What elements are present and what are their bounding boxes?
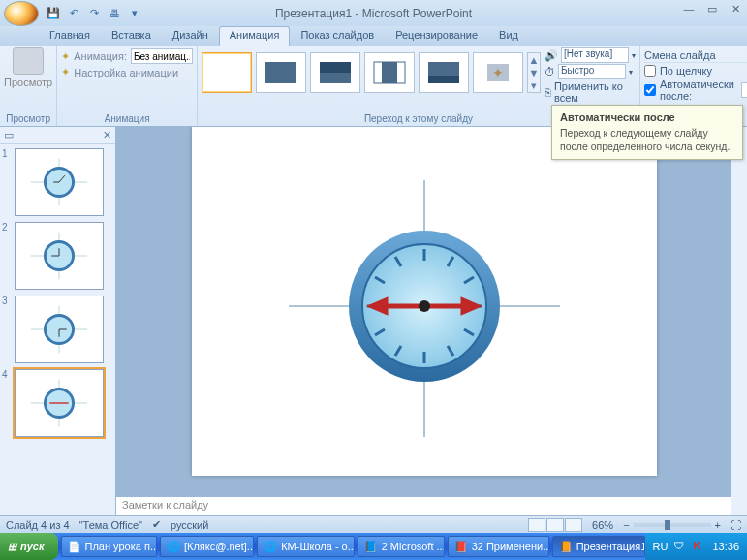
svg-rect-6: [428, 76, 459, 83]
custom-anim-icon: ✦: [61, 66, 70, 78]
svg-rect-0: [265, 62, 296, 83]
animate-label: Анимация:: [74, 50, 127, 62]
taskbar-item[interactable]: 🌐[Клякс@.net]...: [160, 536, 254, 557]
svg-rect-7: [487, 64, 509, 81]
ribbon-tabs: Главная Вставка Дизайн Анимация Показ сл…: [0, 26, 747, 46]
tray-lang[interactable]: RU: [653, 541, 669, 552]
system-tray: RU 🛡 K 13:36: [645, 533, 747, 560]
status-lang[interactable]: русский: [171, 519, 208, 531]
transition-6[interactable]: ✦: [473, 52, 523, 93]
svg-rect-2: [320, 62, 351, 73]
status-theme: "Тема Office": [79, 519, 142, 531]
transition-2[interactable]: [256, 52, 306, 93]
titlebar: 💾 ↶ ↷ 🖶 ▾ Презентация1 - Microsoft Power…: [0, 0, 747, 26]
office-button[interactable]: [4, 1, 39, 26]
taskbar-item[interactable]: 🌐КМ-Школа - о...: [257, 536, 355, 557]
group-animation: ✦ Анимация: ✦ Настройка анимации Анимаци…: [57, 46, 198, 126]
tab-design[interactable]: Дизайн: [162, 26, 219, 46]
custom-animation-button[interactable]: ✦ Настройка анимации: [61, 65, 193, 79]
slide-thumb-1[interactable]: [15, 148, 104, 216]
gallery-scroll[interactable]: ▲▼▾: [527, 52, 541, 93]
taskbar-item[interactable]: 📘2 Microsoft ...: [358, 536, 445, 557]
print-icon[interactable]: 🖶: [106, 5, 123, 22]
group-preview-label: Просмотр: [6, 112, 50, 126]
thumb-number: 2: [2, 222, 12, 290]
tray-clock[interactable]: 13:36: [712, 541, 739, 552]
auto-after-time[interactable]: [741, 82, 747, 98]
tab-review[interactable]: Рецензирование: [385, 26, 488, 46]
svg-rect-4: [382, 62, 397, 83]
window-title: Презентация1 - Microsoft PowerPoint: [275, 7, 472, 20]
tab-insert[interactable]: Вставка: [101, 26, 162, 46]
quick-access-toolbar: 💾 ↶ ↷ 🖶 ▾: [45, 5, 143, 22]
fit-to-window-icon[interactable]: ⛶: [731, 519, 741, 531]
slide-thumb-2[interactable]: [15, 222, 104, 290]
tab-view[interactable]: Вид: [488, 26, 529, 46]
zoom-out-icon[interactable]: −: [623, 519, 629, 531]
undo-icon[interactable]: ↶: [65, 5, 82, 22]
thumb-number: 1: [2, 148, 12, 216]
zoom-slider[interactable]: − +: [623, 519, 721, 531]
outline-tab-icon[interactable]: ▭: [4, 129, 14, 141]
windows-taskbar: ⊞ пуск 📄План урока п... 🌐[Клякс@.net]...…: [0, 533, 747, 560]
close-button[interactable]: ✕: [728, 3, 743, 16]
transition-3[interactable]: [310, 52, 360, 93]
transition-none[interactable]: [202, 52, 252, 93]
thumb-number: 3: [2, 296, 12, 363]
close-pane-icon[interactable]: ✕: [103, 129, 111, 141]
tooltip-title: Автоматически после: [560, 111, 734, 123]
taskbar-item[interactable]: 📕32 Применени...: [448, 536, 549, 557]
maximize-button[interactable]: ▭: [704, 3, 720, 16]
auto-after-checkbox[interactable]: [644, 84, 656, 96]
normal-view-button[interactable]: [528, 518, 545, 532]
redo-icon[interactable]: ↷: [85, 5, 103, 22]
start-button[interactable]: ⊞ пуск: [0, 533, 58, 560]
workspace: ▭ ✕ 1 2 3 4: [0, 127, 747, 515]
slide-thumb-4[interactable]: [15, 369, 104, 437]
sound-dropdown[interactable]: [Нет звука]: [561, 47, 629, 63]
thumbnail-list: 1 2 3 4: [0, 144, 115, 515]
tooltip-body: Переход к следующему слайду после опреде…: [560, 127, 734, 153]
zoom-level[interactable]: 66%: [592, 519, 613, 531]
save-icon[interactable]: 💾: [45, 5, 62, 22]
vertical-scrollbar[interactable]: [731, 127, 747, 515]
tab-slideshow[interactable]: Показ слайдов: [290, 26, 385, 46]
sorter-view-button[interactable]: [546, 518, 564, 532]
view-buttons: [528, 518, 582, 532]
transition-4[interactable]: [364, 52, 415, 93]
on-click-label: По щелчку: [660, 65, 712, 77]
slideshow-view-button[interactable]: [565, 518, 582, 532]
apply-all-label: Применить ко всем: [554, 80, 636, 104]
current-slide[interactable]: [192, 127, 657, 476]
preview-label: Просмотр: [4, 77, 52, 88]
speed-dropdown[interactable]: Быстро: [558, 64, 626, 79]
zoom-in-icon[interactable]: +: [715, 519, 721, 531]
spellcheck-icon[interactable]: ✔: [152, 518, 161, 531]
slide-editor[interactable]: [116, 127, 747, 515]
notes-pane[interactable]: Заметки к слайду: [116, 496, 731, 515]
tray-icon[interactable]: K: [693, 540, 706, 553]
tray-icon[interactable]: 🛡: [673, 540, 687, 553]
qat-more-icon[interactable]: ▾: [126, 5, 143, 22]
thumb-pane-header: ▭ ✕: [0, 127, 115, 144]
taskbar-item[interactable]: 📄План урока п...: [61, 536, 157, 557]
transition-5[interactable]: [419, 52, 469, 93]
on-click-checkbox[interactable]: [644, 65, 656, 77]
sound-icon: 🔊: [545, 49, 558, 62]
start-label: пуск: [20, 541, 45, 552]
apply-to-all-button[interactable]: ⎘ Применить ко всем: [545, 80, 636, 104]
windows-logo-icon: ⊞: [8, 541, 16, 553]
tab-animation[interactable]: Анимация: [219, 26, 291, 46]
tab-home[interactable]: Главная: [39, 26, 101, 46]
slide-thumbnail-pane: ▭ ✕ 1 2 3 4: [0, 127, 116, 515]
taskbar-item-active[interactable]: 📙Презентация1: [552, 536, 645, 557]
window-controls: — ▭ ✕: [681, 3, 743, 16]
dropdown-icon[interactable]: ▾: [629, 68, 633, 77]
preview-button[interactable]: Просмотр: [4, 47, 52, 88]
status-slide: Слайд 4 из 4: [6, 519, 70, 531]
dropdown-icon[interactable]: ▾: [632, 51, 636, 60]
slide-thumb-3[interactable]: [15, 296, 104, 363]
animate-dropdown[interactable]: [131, 48, 193, 64]
minimize-button[interactable]: —: [681, 3, 697, 16]
advance-title: Смена слайда: [644, 49, 747, 63]
